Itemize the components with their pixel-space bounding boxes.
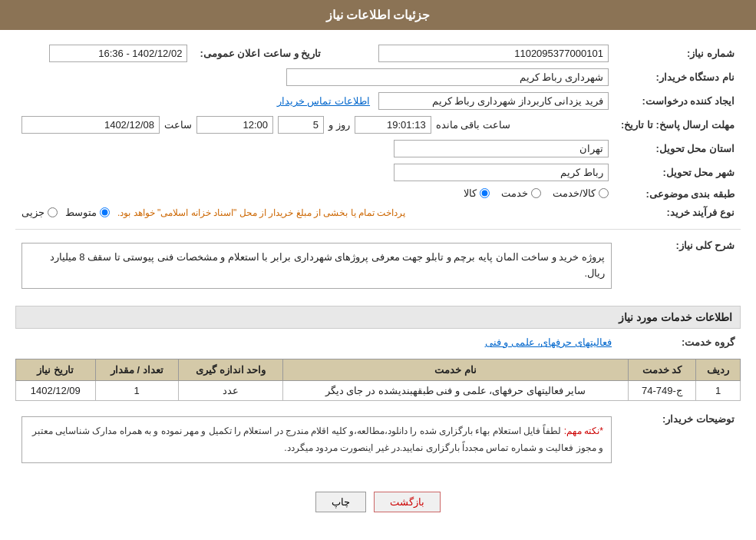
province-field: تهران [394, 140, 609, 157]
category-row: طبقه بندی موضوعی: کالا خدمت کالا/خدمت [15, 184, 741, 204]
services-table: ردیف کد خدمت نام خدمت واحد اندازه گیری ت… [15, 359, 741, 401]
need-number-field: 1102095377000101 [378, 45, 609, 62]
announce-date-value: 1402/12/02 - 16:36 [15, 41, 193, 65]
requester-row: ایجاد کننده درخواست: فرید یزدانی کاربردا… [15, 89, 741, 113]
deadline-time-field: 12:00 [196, 116, 273, 134]
page-title: جزئیات اطلاعات نیاز [326, 8, 431, 22]
services-group-link[interactable]: فعالیتهای حرفهای، علمی و فنی [485, 336, 612, 348]
province-value: تهران [15, 137, 615, 161]
buyer-org-field: شهرداری رباط کریم [286, 68, 609, 86]
time-label: ساعت [164, 119, 192, 131]
content-area: شماره نیاز: 1102095377000101 تاریخ و ساع… [0, 30, 756, 535]
process-partial-label: جزیی [21, 207, 45, 218]
services-table-head: ردیف کد خدمت نام خدمت واحد اندازه گیری ت… [16, 359, 741, 381]
requester-label: ایجاد کننده درخواست: [615, 89, 741, 113]
buyer-note-value: *نکته مهم: لطفاً فایل استعلام بهاء بارگز… [15, 407, 618, 472]
category-option-goods: کالا [464, 187, 490, 199]
cell-date: 1402/12/09 [16, 381, 96, 401]
services-group-value: فعالیتهای حرفهای، علمی و فنی [15, 333, 618, 351]
deadline-row: مهلت ارسال پاسخ: تا تاریخ: 1402/12/08 سا… [15, 113, 741, 137]
process-note: پرداخت تمام یا بخشی از مبلغ خریدار از مح… [117, 207, 405, 218]
category-option-service: خدمت [501, 187, 541, 199]
category-service-label: خدمت [501, 187, 528, 199]
category-both-label: کالا/خدمت [553, 187, 596, 199]
separator-1 [15, 229, 741, 230]
buyer-org-value: شهرداری رباط کریم [15, 65, 615, 89]
col-qty: تعداد / مقدار [95, 359, 178, 381]
category-both-radio[interactable] [599, 188, 609, 198]
col-name: نام خدمت [283, 359, 629, 381]
footer-buttons: بازگشت چاپ [15, 480, 741, 524]
note-box: *نکته مهم: لطفاً فایل استعلام بهاء بارگز… [21, 416, 612, 463]
category-option-both: کالا/خدمت [553, 187, 609, 199]
note-highlight: *نکته مهم: [564, 426, 603, 436]
buyer-org-label: نام دستگاه خریدار: [615, 65, 741, 89]
desc-table: شرح کلی نیاز: پروژه خرید و ساخت المان پا… [15, 234, 741, 298]
deadline-date-field: 1402/12/08 [21, 116, 160, 134]
cell-row-num: 1 [696, 381, 741, 401]
category-label: طبقه بندی موضوعی: [615, 184, 741, 204]
city-label: شهر محل تحویل: [615, 161, 741, 184]
desc-box: پروژه خرید و ساخت المان پایه برچم و تابل… [21, 243, 612, 289]
requester-contact-link[interactable]: اطلاعات تماس خریدار [277, 95, 370, 107]
process-option-partial: جزیی [21, 207, 58, 218]
cell-unit: عدد [178, 381, 282, 401]
process-option-medium: متوسط [65, 207, 110, 218]
process-value: جزیی متوسط پرداخت تمام یا بخشی از مبلغ خ… [15, 204, 615, 221]
city-value: رباط کریم [15, 161, 615, 184]
col-row-num: ردیف [696, 359, 741, 381]
print-button[interactable]: چاپ [315, 492, 366, 512]
process-medium-label: متوسط [65, 207, 97, 218]
table-row: 1 ج-749-74 سایر فعالیتهای حرفهای، علمی و… [16, 381, 741, 401]
buyer-note-label: توضیحات خریدار: [618, 407, 741, 472]
process-row: نوع فرآیند خرید: جزیی متوسط پرداخت تمام … [15, 204, 741, 221]
buyer-note-row: توضیحات خریدار: *نکته مهم: لطفاً فایل اس… [15, 407, 741, 472]
col-unit: واحد اندازه گیری [178, 359, 282, 381]
desc-value: پروژه خرید و ساخت المان پایه برچم و تابل… [15, 234, 618, 298]
need-number-label: شماره نیاز: [615, 41, 741, 65]
services-group-row: گروه خدمت: فعالیتهای حرفهای، علمی و فنی [15, 333, 741, 351]
main-info-table: شماره نیاز: 1102095377000101 تاریخ و ساع… [15, 41, 741, 221]
announce-date-field: 1402/12/02 - 16:36 [49, 45, 187, 62]
need-number-value: 1102095377000101 [327, 41, 615, 65]
page-wrapper: جزئیات اطلاعات نیاز شماره نیاز: 11020953… [0, 0, 756, 540]
cell-qty: 1 [95, 381, 178, 401]
remaining-field: 19:01:13 [355, 116, 431, 134]
buyer-org-row: نام دستگاه خریدار: شهرداری رباط کریم [15, 65, 741, 89]
city-row: شهر محل تحویل: رباط کریم [15, 161, 741, 184]
need-number-row: شماره نیاز: 1102095377000101 تاریخ و ساع… [15, 41, 741, 65]
back-button[interactable]: بازگشت [374, 492, 441, 512]
col-date: تاریخ نیاز [16, 359, 96, 381]
services-table-body: 1 ج-749-74 سایر فعالیتهای حرفهای، علمی و… [16, 381, 741, 401]
category-service-radio[interactable] [531, 188, 541, 198]
process-medium-radio[interactable] [100, 207, 110, 217]
services-group-label: گروه خدمت: [618, 333, 741, 351]
requester-value: فرید یزدانی کاربرداز شهرداری رباط کریم ا… [15, 89, 615, 113]
cell-code: ج-749-74 [628, 381, 695, 401]
cell-name: سایر فعالیتهای حرفهای، علمی و فنی طبقهبن… [283, 381, 629, 401]
announce-date-label: تاریخ و ساعت اعلان عمومی: [193, 41, 327, 65]
province-label: استان محل تحویل: [615, 137, 741, 161]
process-partial-radio[interactable] [48, 207, 58, 217]
remaining-label: ساعت باقی مانده [436, 119, 510, 131]
days-field: 5 [278, 116, 324, 134]
note-text: لطفاً فایل استعلام بهاء بارگزاری شده را … [32, 426, 603, 453]
category-radio-group: کالا خدمت کالا/خدمت [464, 187, 609, 199]
buyer-note-table: توضیحات خریدار: *نکته مهم: لطفاً فایل اس… [15, 407, 741, 472]
requester-field: فرید یزدانی کاربرداز شهرداری رباط کریم [378, 92, 609, 110]
col-code: کد خدمت [628, 359, 695, 381]
services-header-row: ردیف کد خدمت نام خدمت واحد اندازه گیری ت… [16, 359, 741, 381]
desc-label: شرح کلی نیاز: [618, 234, 741, 298]
page-header: جزئیات اطلاعات نیاز [0, 0, 756, 30]
category-goods-label: کالا [464, 187, 477, 199]
desc-row: شرح کلی نیاز: پروژه خرید و ساخت المان پا… [15, 234, 741, 298]
services-group-table: گروه خدمت: فعالیتهای حرفهای، علمی و فنی [15, 333, 741, 351]
deadline-value: 1402/12/08 ساعت 12:00 5 روز و 19:01:13 س… [15, 113, 615, 137]
days-label: روز و [328, 119, 350, 131]
city-field: رباط کریم [394, 164, 609, 181]
deadline-label: مهلت ارسال پاسخ: تا تاریخ: [615, 113, 741, 137]
process-label: نوع فرآیند خرید: [615, 204, 741, 221]
category-goods-radio[interactable] [480, 188, 490, 198]
category-value: کالا خدمت کالا/خدمت [15, 184, 615, 204]
province-row: استان محل تحویل: تهران [15, 137, 741, 161]
